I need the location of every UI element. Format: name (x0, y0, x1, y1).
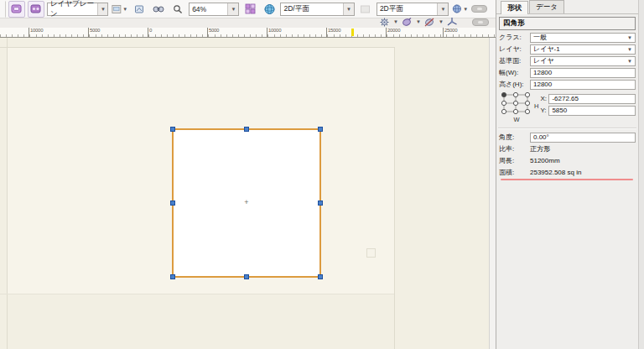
layer-label: レイヤ: (499, 44, 530, 54)
layer-combo[interactable]: レイヤ-1 ▼ (530, 44, 636, 55)
x-field[interactable]: -6272.65 (548, 94, 636, 104)
page-boundary-left (7, 38, 8, 349)
active-plane-combo[interactable]: レイヤプレーン ▼ (47, 3, 108, 16)
projection-combo[interactable]: 2D平面 ▼ (377, 3, 449, 16)
y-row: Y: 5850 (540, 105, 636, 116)
perimeter-value: 51200mm (530, 157, 560, 164)
canvas-vertical-scrollbar[interactable] (489, 38, 496, 349)
y-value: 5850 (552, 107, 567, 114)
anchor-width-label: W (513, 116, 519, 123)
layer-plane-mode-button[interactable] (8, 1, 25, 18)
app-window: レイヤプレーン ▼ ▼ (0, 0, 644, 349)
chevron-down-icon[interactable]: ▼ (627, 47, 632, 52)
partial-toolbar-button[interactable] (1, 1, 6, 18)
palette-scrollbar[interactable] (638, 0, 644, 349)
view-combo[interactable]: 2D/平面 ▼ (280, 3, 354, 16)
position-anchor-block: W H X: -6272.65 Y: 5850 (499, 91, 636, 125)
unified-view-button[interactable] (261, 1, 278, 18)
area-highlight-underline (501, 179, 633, 180)
x-value: -6272.65 (552, 95, 579, 102)
toolbar: レイヤプレーン ▼ ▼ (0, 0, 496, 28)
ruler: 1000050000500010000150002000025000 (0, 28, 496, 38)
width-row: 幅(W): 12800 (499, 67, 636, 78)
ratio-value: 正方形 (530, 144, 550, 154)
height-label: 高さ(H): (499, 80, 530, 89)
width-field[interactable]: 12800 (530, 68, 636, 78)
export-view-icon (134, 4, 144, 14)
resize-handle-middle-left[interactable] (170, 201, 175, 206)
width-value: 12800 (533, 69, 552, 76)
anchor-point-selector[interactable] (500, 91, 533, 117)
tab-shape[interactable]: 形状 (501, 1, 528, 14)
export-view-button[interactable] (131, 1, 148, 18)
chevron-down-icon[interactable]: ▼ (122, 7, 127, 12)
chevron-down-icon[interactable]: ▼ (463, 7, 468, 12)
y-label: Y: (540, 107, 548, 114)
zoom-level-value: 64% (192, 5, 206, 13)
resize-handle-bottom-left[interactable] (170, 274, 175, 279)
screen-plane-mode-button[interactable] (28, 1, 44, 18)
y-field[interactable]: 5850 (548, 106, 636, 116)
render-mode-button[interactable] (400, 16, 413, 29)
zoom-tool-button[interactable] (169, 1, 186, 18)
gear-settings-button[interactable] (377, 16, 391, 29)
angle-label: 角度: (499, 133, 530, 142)
globe-view-button[interactable]: ▼ (451, 1, 469, 18)
chevron-down-icon[interactable]: ▼ (393, 19, 398, 24)
ruler-major-tick: 5000 (207, 28, 208, 37)
ruler-major-tick: 0 (148, 28, 148, 37)
look-at-working-plane-button (357, 1, 374, 18)
angle-row: 角度: 0.00° (499, 132, 636, 143)
area-value: 253952.508 sq in (530, 169, 581, 176)
reference-plane-combo[interactable]: レイヤ ▼ (530, 56, 636, 66)
height-field[interactable]: 12800 (530, 80, 636, 90)
grid-options-button[interactable] (242, 1, 258, 18)
chevron-down-icon[interactable]: ▼ (627, 59, 632, 64)
binoculars-icon (153, 4, 164, 13)
chevron-down-icon[interactable]: ▼ (439, 19, 444, 24)
height-value: 12800 (533, 81, 552, 88)
ruler-major-tick: 15000 (326, 28, 327, 37)
chevron-down-icon[interactable]: ▼ (227, 3, 238, 15)
saved-view-button[interactable]: ▼ (111, 1, 128, 18)
tab-data[interactable]: データ (529, 0, 564, 13)
render-options-button[interactable] (423, 16, 436, 29)
globe-icon (452, 3, 462, 14)
magnifier-icon (173, 4, 183, 14)
resize-handle-top-right[interactable] (318, 127, 323, 132)
resize-handle-middle-right[interactable] (318, 201, 323, 206)
angle-field[interactable]: 0.00° (530, 133, 636, 143)
page-boundary-top (0, 47, 394, 48)
x-label: X: (540, 95, 548, 102)
x-row: X: -6272.65 (540, 93, 636, 104)
zoom-level-combo[interactable]: 64% ▼ (189, 3, 239, 16)
toolbar-collapse-pill[interactable] (472, 18, 489, 26)
chevron-down-icon[interactable]: ▼ (627, 35, 632, 40)
flyover-axis-icon (446, 17, 458, 27)
ruler-position-marker (351, 29, 354, 36)
chevron-down-icon[interactable]: ▼ (416, 19, 421, 24)
panel-divider (498, 128, 636, 129)
toolbar-collapse-pill[interactable] (471, 5, 487, 13)
class-combo[interactable]: 一般 ▼ (530, 33, 636, 43)
reference-plane-label: 基準面: (499, 56, 530, 65)
render-brush-slash-icon (424, 18, 434, 27)
selected-square[interactable]: + (172, 128, 321, 278)
ruler-minor-ticks (0, 34, 496, 37)
ruler-major-tick: 5000 (88, 28, 89, 37)
render-brush-icon (402, 18, 412, 27)
chevron-down-icon[interactable]: ▼ (437, 3, 448, 15)
flyover-tool-button[interactable] (445, 16, 459, 29)
resize-handle-bottom-middle[interactable] (244, 274, 249, 279)
height-row: 高さ(H): 12800 (499, 79, 636, 90)
ratio-row: 比率: 正方形 (499, 143, 636, 154)
palette-tabs: 形状 データ (496, 0, 638, 14)
chevron-down-icon[interactable]: ▼ (343, 3, 354, 15)
drawing-canvas[interactable]: + (0, 38, 489, 349)
chevron-down-icon[interactable]: ▼ (97, 3, 107, 15)
resize-handle-bottom-right[interactable] (318, 274, 323, 279)
page-boundary-right (394, 47, 395, 349)
visibility-button[interactable] (150, 1, 167, 18)
resize-handle-top-left[interactable] (170, 127, 175, 132)
resize-handle-top-middle[interactable] (244, 127, 249, 132)
